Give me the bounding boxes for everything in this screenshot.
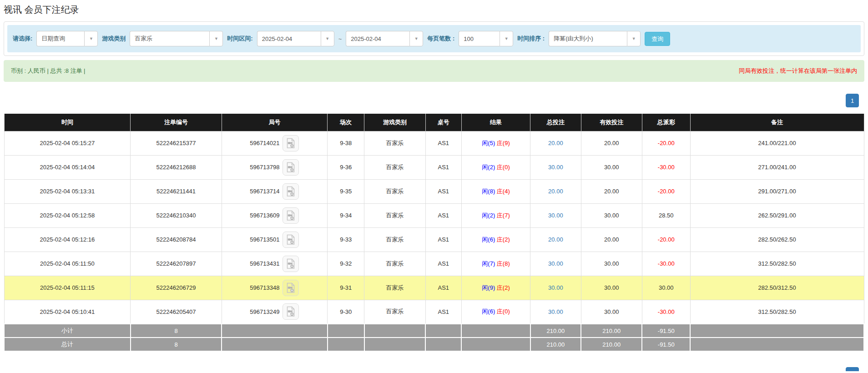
video-replay-button[interactable] [283, 232, 299, 248]
cell-valid-bet: 20.00 [581, 179, 642, 203]
sort-select[interactable]: 降冪(由大到小) ▼ [549, 31, 641, 46]
cell-total-bet[interactable]: 30.00 [530, 300, 581, 324]
date-to-select[interactable]: 2025-02-04 ▼ [346, 31, 423, 46]
page-size-select[interactable]: 100 ▼ [459, 31, 513, 46]
summary-currency-total: 币别 : 人民币 | 总共 :8 注单 | [11, 67, 86, 75]
cell-table-number: AS1 [425, 203, 461, 227]
cell-remark: 241.00/221.00 [690, 131, 864, 155]
cell-valid-bet: 20.00 [581, 131, 642, 155]
chevron-down-icon[interactable]: ▼ [627, 31, 641, 46]
bets-table: 时间注单编号局号场次游戏类别桌号结果总投注有效投注总派彩备注 2025-02-0… [4, 114, 864, 352]
sort-value: 降冪(由大到小) [549, 31, 627, 46]
round-number-group: 596713798 [250, 159, 299, 176]
sort-label: 时间排序 : [517, 35, 545, 43]
total-row-empty-table [425, 338, 461, 351]
result-player: 闲(2) [482, 164, 495, 171]
column-header-9: 有效投注 [581, 114, 642, 131]
chevron-down-icon[interactable]: ▼ [209, 31, 223, 46]
chevron-down-icon[interactable]: ▼ [500, 31, 513, 46]
cell-remark: 291.00/271.00 [690, 179, 864, 203]
video-replay-icon [286, 234, 296, 245]
cell-total-bet[interactable]: 30.00 [530, 155, 581, 179]
result-player: 闲(2) [482, 212, 495, 219]
total-row-empty-result [461, 338, 530, 351]
cell-payout: 28.50 [642, 203, 690, 227]
video-replay-button[interactable] [283, 135, 299, 151]
cell-session: 9-34 [328, 203, 364, 227]
cell-remark: 271.00/241.00 [690, 155, 864, 179]
cell-total-bet[interactable]: 20.00 [530, 179, 581, 203]
video-replay-icon [286, 306, 296, 317]
chevron-down-icon[interactable]: ▼ [321, 31, 334, 46]
summary-bar: 币别 : 人民币 | 总共 :8 注单 | 同局有效投注，统一计算在该局第一张注… [4, 60, 864, 82]
game-type-select[interactable]: 百家乐 ▼ [130, 31, 223, 46]
video-replay-button[interactable] [283, 303, 299, 320]
cell-bet-number: 522246211441 [131, 179, 222, 203]
video-replay-button[interactable] [283, 183, 299, 200]
cell-result: 闲(6) 庄(2) [461, 227, 530, 252]
cell-total-bet[interactable]: 20.00 [530, 131, 581, 155]
round-number: 596713348 [250, 284, 279, 291]
time-range-label: 时间区间: [227, 35, 252, 43]
query-type-value: 日期查询 [36, 31, 84, 46]
subtotal-row-empty-session [328, 324, 364, 338]
column-header-11: 备注 [690, 114, 864, 131]
round-number: 596713431 [250, 260, 279, 267]
cell-table-number: AS1 [425, 300, 461, 324]
subtotal-row-empty-remark [690, 324, 864, 338]
video-replay-icon [286, 282, 296, 293]
video-replay-button[interactable] [283, 207, 299, 224]
cell-session: 9-30 [328, 300, 364, 324]
video-replay-button[interactable] [283, 256, 299, 272]
page-title: 视讯 会员下注纪录 [4, 4, 864, 16]
cell-bet-number: 522246210340 [131, 203, 222, 227]
table-row: 2025-02-04 05:12:16522246208784596713501… [4, 227, 864, 252]
video-replay-button[interactable] [283, 280, 299, 296]
cell-result: 闲(9) 庄(2) [461, 276, 530, 300]
cell-result: 闲(2) 庄(0) [461, 155, 530, 179]
search-button[interactable]: 查询 [645, 32, 670, 46]
column-header-6: 桌号 [425, 114, 461, 131]
cell-round-number: 596713348 [222, 276, 327, 300]
round-number: 596713714 [250, 188, 279, 195]
cell-payout: -20.00 [642, 131, 690, 155]
cell-total-bet[interactable]: 30.00 [530, 203, 581, 227]
query-type-label: 请选择: [13, 35, 32, 43]
table-row: 2025-02-04 05:15:27522246215377596714021… [4, 131, 864, 155]
query-type-select[interactable]: 日期查询 ▼ [36, 31, 98, 46]
cell-total-bet[interactable]: 30.00 [530, 252, 581, 276]
subtotal-row-count: 8 [131, 324, 222, 338]
cell-bet-number: 522246215377 [131, 131, 222, 155]
cell-valid-bet: 30.00 [581, 276, 642, 300]
chevron-down-icon[interactable]: ▼ [84, 31, 98, 46]
round-number: 596713609 [250, 212, 279, 219]
cell-payout: -30.00 [642, 155, 690, 179]
cell-total-bet[interactable]: 20.00 [530, 227, 581, 252]
column-header-3: 局号 [222, 114, 327, 131]
cell-session: 9-38 [328, 131, 364, 155]
game-type-label: 游戏类别 [102, 35, 126, 43]
cell-round-number: 596713798 [222, 155, 327, 179]
video-replay-button[interactable] [283, 159, 299, 176]
cell-bet-number: 522246206729 [131, 276, 222, 300]
round-number-group: 596713609 [250, 207, 299, 224]
cell-time: 2025-02-04 05:12:16 [4, 227, 131, 252]
video-replay-icon [286, 258, 296, 269]
page-1-button[interactable]: 1 [846, 367, 859, 371]
cell-round-number: 596713714 [222, 179, 327, 203]
date-from-select[interactable]: 2025-02-04 ▼ [257, 31, 334, 46]
cell-total-bet[interactable]: 30.00 [530, 276, 581, 300]
result-player: 闲(5) [482, 140, 495, 146]
chevron-down-icon[interactable]: ▼ [409, 31, 423, 46]
video-replay-icon [286, 186, 296, 197]
game-type-value: 百家乐 [130, 31, 209, 46]
cell-result: 闲(6) 庄(0) [461, 300, 530, 324]
column-header-5: 游戏类别 [364, 114, 425, 131]
column-header-2: 注单编号 [131, 114, 222, 131]
cell-round-number: 596713609 [222, 203, 327, 227]
cell-time: 2025-02-04 05:11:15 [4, 276, 131, 300]
cell-time: 2025-02-04 05:13:31 [4, 179, 131, 203]
subtotal-row-total-bet: 210.00 [530, 324, 581, 338]
page-1-button[interactable]: 1 [846, 94, 859, 107]
cell-result: 闲(8) 庄(4) [461, 179, 530, 203]
